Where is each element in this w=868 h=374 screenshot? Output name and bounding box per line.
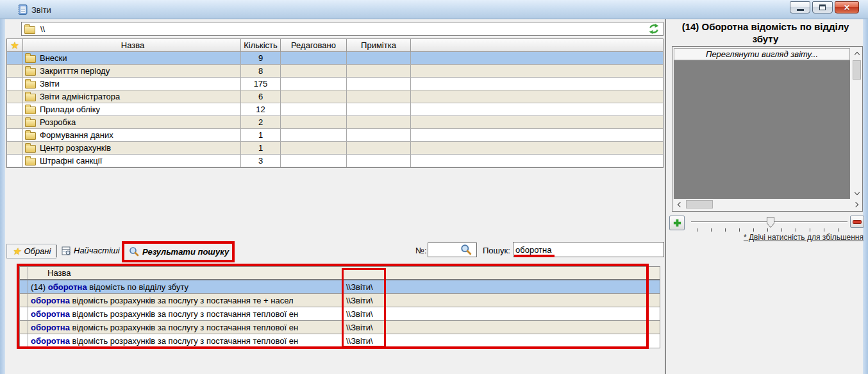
current-path: \\ [40, 24, 45, 34]
result-row[interactable]: оборотна відомість розрахунків за послуг… [20, 334, 660, 348]
folder-count: 8 [241, 65, 281, 77]
horizontal-scrollbar[interactable] [674, 199, 862, 210]
plus-icon [672, 218, 682, 228]
folder-name: Центр розрахунків [40, 143, 111, 153]
preview-area: Переглянути вигляд звіту... [672, 46, 863, 212]
tab-favorites[interactable]: ★ Обрані [6, 244, 56, 259]
app-icon [17, 4, 28, 15]
star-icon: ★ [12, 246, 21, 256]
table-row[interactable]: Звіти адміністратора 6 [7, 90, 663, 103]
vertical-scrollbar[interactable] [851, 48, 862, 199]
panel-divider[interactable] [665, 19, 666, 374]
table-row[interactable]: Штрафні санкції 3 [7, 155, 663, 167]
star-icon: ★ [10, 40, 19, 50]
folder-icon [25, 158, 36, 166]
maximize-button[interactable] [812, 1, 833, 13]
tab-separator [56, 245, 57, 257]
result-prefix: (14) [31, 282, 48, 292]
window-border-left [0, 19, 5, 374]
zoom-out-button[interactable] [850, 216, 864, 228]
chevron-left-icon [678, 201, 683, 207]
preview-canvas[interactable] [674, 60, 850, 199]
result-text: відомість розрахунків за послугу з поста… [70, 296, 294, 305]
zoom-hint-text: * Двічі натисність для збільшення [744, 233, 864, 242]
column-header-edited[interactable]: Редаговано [281, 39, 347, 51]
horizontal-scroll-thumb[interactable] [686, 200, 713, 208]
folder-icon [25, 81, 36, 89]
search-icon[interactable] [460, 244, 472, 255]
close-button[interactable]: ✕ [835, 1, 859, 13]
folder-icon [25, 145, 36, 153]
column-header-count[interactable]: Кількість [241, 39, 281, 51]
window-border-right [863, 19, 868, 374]
scroll-up-button[interactable] [851, 48, 862, 59]
folder-icon [25, 68, 36, 76]
tab-frequent[interactable]: Найчастіші [62, 246, 120, 255]
app-window: Звіти ✕ \\ ★ Назва Кількість Редаговано [0, 0, 868, 374]
result-path: \\Звіти\ [346, 336, 410, 346]
folder-icon [24, 26, 35, 34]
maximize-icon [819, 4, 826, 10]
folder-count: 6 [241, 90, 281, 103]
folder-name: Звіти адміністратора [40, 92, 120, 101]
table-row[interactable]: Центр розрахунків 1 [7, 142, 663, 155]
folder-name: Розробка [40, 117, 76, 127]
column-header-note[interactable]: Примітка [347, 39, 411, 51]
report-icon [62, 246, 71, 255]
result-path: \\Звіти\ [346, 309, 410, 319]
folder-name: Внески [40, 53, 67, 63]
scroll-down-button[interactable] [851, 188, 862, 199]
zoom-in-button[interactable] [669, 216, 685, 230]
folder-icon [25, 119, 36, 127]
scroll-right-button[interactable] [851, 199, 862, 210]
tab-search-results[interactable]: Результати пошуку [129, 246, 229, 257]
table-row[interactable]: Звіти 175 [7, 78, 663, 90]
folder-count: 3 [241, 155, 281, 167]
refresh-button[interactable] [647, 23, 660, 35]
folder-count: 1 [241, 129, 281, 141]
folder-icon [25, 132, 36, 140]
result-text: відомість по відділу збуту [87, 282, 188, 292]
result-row[interactable]: оборотна відомість розрахунків за послуг… [20, 294, 660, 307]
scroll-left-button[interactable] [674, 199, 685, 210]
results-column-name[interactable]: Назва [28, 268, 346, 278]
result-row[interactable]: (14) оборотна відомість по відділу збуту… [20, 280, 660, 294]
title-bar: Звіти ✕ [0, 0, 868, 19]
table-row[interactable]: Прилади обліку 12 [7, 103, 663, 116]
folder-count: 12 [241, 103, 281, 115]
star-column-header[interactable]: ★ [7, 39, 23, 51]
folder-icon [25, 94, 36, 101]
table-row[interactable]: Розробка 2 [7, 116, 663, 129]
result-text: відомість розрахунків за послугу з поста… [70, 336, 298, 346]
result-path: \\Звіти\ [346, 282, 410, 292]
refresh-icon [648, 23, 660, 35]
table-row[interactable]: Закритття періоду 8 [7, 65, 663, 78]
path-bar[interactable]: \\ [21, 22, 664, 36]
zoom-slider-ticks [697, 228, 849, 232]
result-keyword: оборотна [31, 323, 70, 332]
chevron-up-icon [854, 52, 859, 57]
minimize-button[interactable] [790, 1, 810, 13]
tab-favorites-label: Обрані [24, 246, 51, 256]
result-row[interactable]: оборотна відомість розрахунків за послуг… [20, 307, 660, 321]
folder-count: 2 [241, 116, 281, 128]
vertical-scroll-thumb[interactable] [853, 60, 861, 80]
search-results-table: Назва (14) оборотна відомість по відділу… [19, 266, 660, 348]
folder-count: 175 [241, 78, 281, 90]
zoom-slider-thumb[interactable] [767, 217, 774, 228]
folder-count: 1 [241, 142, 281, 154]
number-label: №: [415, 246, 427, 255]
search-input[interactable] [513, 242, 664, 257]
table-row[interactable]: Формування даних 1 [7, 129, 663, 142]
preview-title: (14) Оборотна відомість по відділу збуту [668, 21, 863, 46]
tab-search-results-label: Результати пошуку [142, 247, 229, 257]
result-row[interactable]: оборотна відомість розрахунків за послуг… [20, 321, 660, 334]
folder-name: Звіти [40, 79, 60, 89]
column-header-name[interactable]: Назва [23, 39, 241, 51]
result-keyword: оборотна [31, 296, 70, 305]
table-row[interactable]: Внески 9 [7, 52, 663, 65]
results-header: Назва [20, 267, 660, 280]
preview-placeholder[interactable]: Переглянути вигляд звіту... [674, 48, 850, 60]
search-icon [129, 246, 139, 257]
minimize-icon [797, 9, 804, 11]
